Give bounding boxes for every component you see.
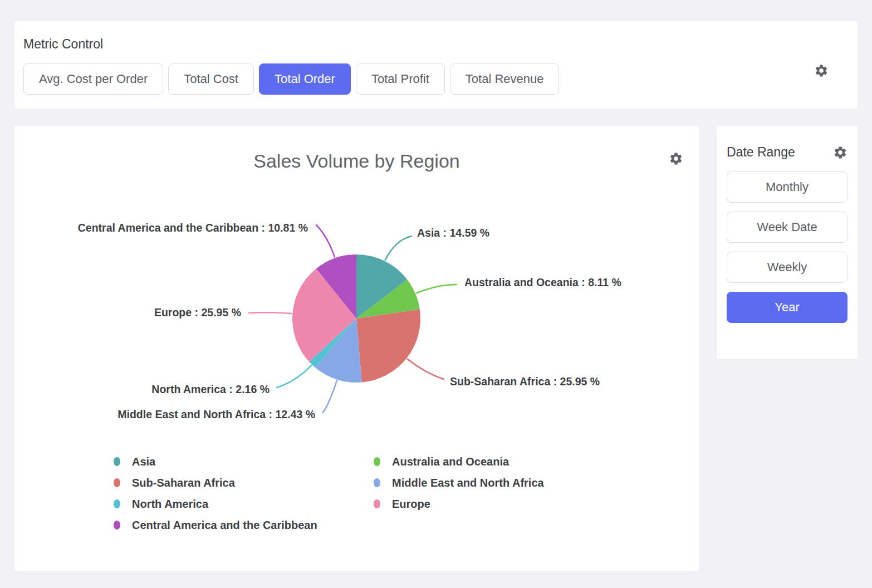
pie-callout-north-america: North America : 2.16 % — [151, 383, 270, 395]
legend-label: Asia — [132, 455, 155, 468]
date-range-button-weekly[interactable]: Weekly — [727, 252, 847, 283]
metric-buttons-row: Avg. Cost per Order Total Cost Total Ord… — [23, 63, 849, 95]
chart-settings-button[interactable] — [669, 151, 683, 166]
dashboard-page: Metric Control Avg. Cost per Order Total… — [0, 0, 872, 588]
legend-marker — [114, 457, 120, 466]
leader-line-central-america-and-the-caribbean — [316, 225, 335, 257]
date-range-button-year[interactable]: Year — [727, 292, 847, 323]
gear-icon — [833, 145, 847, 160]
sales-volume-chart-card: Sales Volume by Region Asia : 14.59 %Aus… — [14, 126, 699, 571]
pie-callout-europe: Europe : 25.95 % — [154, 306, 241, 318]
legend-marker — [374, 457, 380, 466]
chart-title: Sales Volume by Region — [14, 126, 699, 172]
leader-line-asia — [385, 236, 411, 260]
metric-button-total-revenue[interactable]: Total Revenue — [450, 63, 560, 95]
legend-marker — [374, 499, 380, 508]
date-range-button-monthly[interactable]: Monthly — [727, 171, 847, 203]
gear-icon — [814, 63, 829, 78]
legend-item-australia-and-oceania[interactable]: Australia and Oceania — [374, 454, 699, 469]
date-range-button-week-date[interactable]: Week Date — [727, 212, 847, 243]
metric-button-avg-cost-per-order[interactable]: Avg. Cost per Order — [23, 63, 163, 95]
metric-control-settings-button[interactable] — [814, 63, 829, 78]
legend-marker — [374, 478, 380, 487]
leader-line-europe — [249, 312, 291, 313]
pie-callout-central-america-and-the-caribbean: Central America and the Caribbean : 10.8… — [78, 222, 308, 234]
pie-callout-asia: Asia : 14.59 % — [417, 227, 489, 239]
pie-callout-sub-saharan-africa: Sub-Saharan Africa : 25.95 % — [450, 375, 600, 388]
legend-marker — [114, 521, 120, 530]
legend-item-north-america[interactable]: North America — [114, 496, 374, 512]
metric-button-total-cost[interactable]: Total Cost — [168, 63, 254, 95]
legend-label: Middle East and North Africa — [392, 477, 544, 489]
legend-item-central-america-and-the-caribbean[interactable]: Central America and the Caribbean — [114, 517, 374, 533]
leader-line-sub-saharan-africa — [408, 359, 444, 379]
chart-legend: Asia Australia and Oceania Sub-Saharan A… — [114, 454, 699, 533]
legend-label: Europe — [392, 498, 430, 511]
pie-slice-sub-saharan-africa[interactable] — [356, 309, 420, 382]
metric-control-card: Metric Control Avg. Cost per Order Total… — [14, 21, 858, 109]
legend-item-sub-saharan-africa[interactable]: Sub-Saharan Africa — [114, 475, 374, 491]
legend-label: North America — [132, 498, 208, 511]
legend-item-europe[interactable]: Europe — [374, 496, 699, 512]
legend-marker — [114, 478, 120, 487]
pie-callout-australia-and-oceania: Australia and Oceania : 8.11 % — [464, 276, 621, 288]
date-range-card: Date Range Monthly Week Date Weekly Year — [717, 126, 858, 359]
legend-marker — [114, 499, 120, 508]
metric-button-total-order[interactable]: Total Order — [259, 63, 351, 95]
leader-line-north-america — [277, 365, 311, 388]
leader-line-australia-and-oceania — [417, 285, 457, 293]
leader-line-middle-east-and-north-africa — [323, 381, 337, 413]
date-range-title: Date Range — [727, 145, 795, 160]
legend-item-middle-east-and-north-africa[interactable]: Middle East and North Africa — [374, 475, 699, 491]
legend-label: Central America and the Caribbean — [132, 519, 317, 532]
legend-label: Sub-Saharan Africa — [132, 477, 235, 489]
pie-chart: Asia : 14.59 %Australia and Oceania : 8.… — [14, 185, 699, 447]
legend-label: Australia and Oceania — [392, 455, 509, 468]
pie-callout-middle-east-and-north-africa: Middle East and North Africa : 12.43 % — [117, 408, 315, 420]
legend-item-asia[interactable]: Asia — [114, 454, 374, 469]
metric-button-total-profit[interactable]: Total Profit — [356, 63, 445, 95]
date-range-settings-button[interactable] — [833, 145, 847, 160]
metric-control-title: Metric Control — [23, 37, 849, 52]
gear-icon — [669, 151, 683, 166]
